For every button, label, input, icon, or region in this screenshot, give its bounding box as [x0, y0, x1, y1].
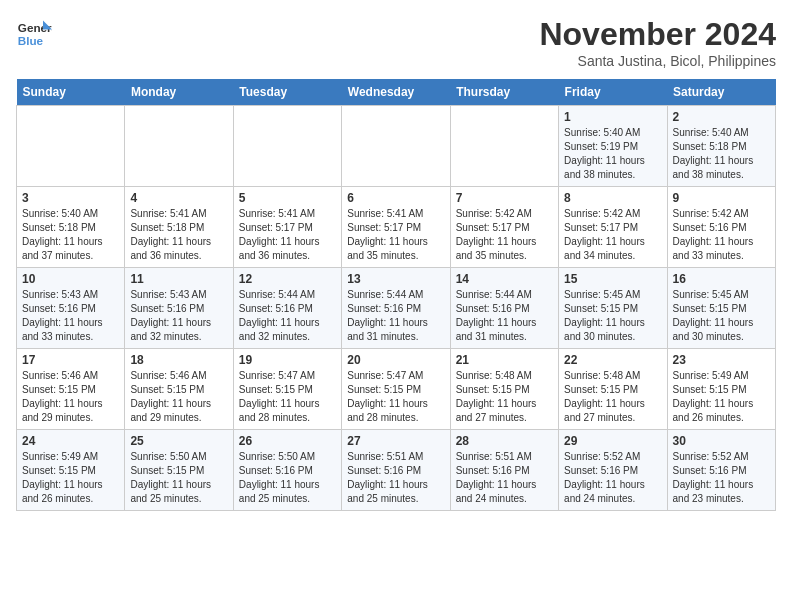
calendar-cell: 23Sunrise: 5:49 AM Sunset: 5:15 PM Dayli…	[667, 349, 775, 430]
day-number: 29	[564, 434, 661, 448]
weekday-header: Thursday	[450, 79, 558, 106]
svg-text:Blue: Blue	[18, 34, 44, 47]
title-block: November 2024 Santa Justina, Bicol, Phil…	[539, 16, 776, 69]
day-number: 19	[239, 353, 336, 367]
day-number: 12	[239, 272, 336, 286]
day-info: Sunrise: 5:50 AM Sunset: 5:15 PM Dayligh…	[130, 450, 227, 506]
day-info: Sunrise: 5:46 AM Sunset: 5:15 PM Dayligh…	[130, 369, 227, 425]
day-number: 10	[22, 272, 119, 286]
day-number: 25	[130, 434, 227, 448]
day-number: 18	[130, 353, 227, 367]
day-info: Sunrise: 5:42 AM Sunset: 5:17 PM Dayligh…	[564, 207, 661, 263]
calendar-cell: 28Sunrise: 5:51 AM Sunset: 5:16 PM Dayli…	[450, 430, 558, 511]
calendar-week-row: 10Sunrise: 5:43 AM Sunset: 5:16 PM Dayli…	[17, 268, 776, 349]
calendar-cell: 19Sunrise: 5:47 AM Sunset: 5:15 PM Dayli…	[233, 349, 341, 430]
calendar-cell: 5Sunrise: 5:41 AM Sunset: 5:17 PM Daylig…	[233, 187, 341, 268]
calendar-cell: 11Sunrise: 5:43 AM Sunset: 5:16 PM Dayli…	[125, 268, 233, 349]
day-info: Sunrise: 5:45 AM Sunset: 5:15 PM Dayligh…	[673, 288, 770, 344]
calendar-cell: 27Sunrise: 5:51 AM Sunset: 5:16 PM Dayli…	[342, 430, 450, 511]
day-number: 26	[239, 434, 336, 448]
calendar-cell: 7Sunrise: 5:42 AM Sunset: 5:17 PM Daylig…	[450, 187, 558, 268]
day-number: 3	[22, 191, 119, 205]
calendar-cell: 9Sunrise: 5:42 AM Sunset: 5:16 PM Daylig…	[667, 187, 775, 268]
day-number: 8	[564, 191, 661, 205]
calendar-cell: 26Sunrise: 5:50 AM Sunset: 5:16 PM Dayli…	[233, 430, 341, 511]
day-number: 30	[673, 434, 770, 448]
calendar-cell	[125, 106, 233, 187]
day-info: Sunrise: 5:43 AM Sunset: 5:16 PM Dayligh…	[130, 288, 227, 344]
calendar-week-row: 1Sunrise: 5:40 AM Sunset: 5:19 PM Daylig…	[17, 106, 776, 187]
calendar-cell: 30Sunrise: 5:52 AM Sunset: 5:16 PM Dayli…	[667, 430, 775, 511]
day-number: 17	[22, 353, 119, 367]
calendar-table: SundayMondayTuesdayWednesdayThursdayFrid…	[16, 79, 776, 511]
location: Santa Justina, Bicol, Philippines	[539, 53, 776, 69]
day-info: Sunrise: 5:47 AM Sunset: 5:15 PM Dayligh…	[239, 369, 336, 425]
calendar-cell: 1Sunrise: 5:40 AM Sunset: 5:19 PM Daylig…	[559, 106, 667, 187]
day-number: 1	[564, 110, 661, 124]
calendar-cell: 25Sunrise: 5:50 AM Sunset: 5:15 PM Dayli…	[125, 430, 233, 511]
weekday-header: Sunday	[17, 79, 125, 106]
day-number: 20	[347, 353, 444, 367]
logo: General Blue	[16, 16, 52, 52]
day-number: 21	[456, 353, 553, 367]
day-info: Sunrise: 5:44 AM Sunset: 5:16 PM Dayligh…	[239, 288, 336, 344]
day-info: Sunrise: 5:50 AM Sunset: 5:16 PM Dayligh…	[239, 450, 336, 506]
page-header: General Blue November 2024 Santa Justina…	[16, 16, 776, 69]
calendar-cell: 6Sunrise: 5:41 AM Sunset: 5:17 PM Daylig…	[342, 187, 450, 268]
calendar-cell: 12Sunrise: 5:44 AM Sunset: 5:16 PM Dayli…	[233, 268, 341, 349]
weekday-header-row: SundayMondayTuesdayWednesdayThursdayFrid…	[17, 79, 776, 106]
calendar-cell: 13Sunrise: 5:44 AM Sunset: 5:16 PM Dayli…	[342, 268, 450, 349]
day-info: Sunrise: 5:42 AM Sunset: 5:16 PM Dayligh…	[673, 207, 770, 263]
day-info: Sunrise: 5:48 AM Sunset: 5:15 PM Dayligh…	[564, 369, 661, 425]
calendar-cell: 17Sunrise: 5:46 AM Sunset: 5:15 PM Dayli…	[17, 349, 125, 430]
day-number: 15	[564, 272, 661, 286]
calendar-week-row: 3Sunrise: 5:40 AM Sunset: 5:18 PM Daylig…	[17, 187, 776, 268]
day-info: Sunrise: 5:40 AM Sunset: 5:18 PM Dayligh…	[22, 207, 119, 263]
day-info: Sunrise: 5:52 AM Sunset: 5:16 PM Dayligh…	[673, 450, 770, 506]
calendar-cell	[450, 106, 558, 187]
day-info: Sunrise: 5:47 AM Sunset: 5:15 PM Dayligh…	[347, 369, 444, 425]
calendar-cell: 15Sunrise: 5:45 AM Sunset: 5:15 PM Dayli…	[559, 268, 667, 349]
calendar-cell: 4Sunrise: 5:41 AM Sunset: 5:18 PM Daylig…	[125, 187, 233, 268]
day-number: 13	[347, 272, 444, 286]
calendar-cell: 24Sunrise: 5:49 AM Sunset: 5:15 PM Dayli…	[17, 430, 125, 511]
calendar-cell	[342, 106, 450, 187]
day-number: 11	[130, 272, 227, 286]
day-info: Sunrise: 5:49 AM Sunset: 5:15 PM Dayligh…	[22, 450, 119, 506]
day-info: Sunrise: 5:40 AM Sunset: 5:19 PM Dayligh…	[564, 126, 661, 182]
calendar-cell: 21Sunrise: 5:48 AM Sunset: 5:15 PM Dayli…	[450, 349, 558, 430]
day-info: Sunrise: 5:44 AM Sunset: 5:16 PM Dayligh…	[456, 288, 553, 344]
weekday-header: Tuesday	[233, 79, 341, 106]
day-info: Sunrise: 5:51 AM Sunset: 5:16 PM Dayligh…	[347, 450, 444, 506]
calendar-cell: 16Sunrise: 5:45 AM Sunset: 5:15 PM Dayli…	[667, 268, 775, 349]
month-title: November 2024	[539, 16, 776, 53]
day-number: 6	[347, 191, 444, 205]
day-number: 24	[22, 434, 119, 448]
day-number: 4	[130, 191, 227, 205]
day-info: Sunrise: 5:49 AM Sunset: 5:15 PM Dayligh…	[673, 369, 770, 425]
weekday-header: Wednesday	[342, 79, 450, 106]
calendar-cell: 2Sunrise: 5:40 AM Sunset: 5:18 PM Daylig…	[667, 106, 775, 187]
calendar-cell: 8Sunrise: 5:42 AM Sunset: 5:17 PM Daylig…	[559, 187, 667, 268]
calendar-cell	[233, 106, 341, 187]
day-info: Sunrise: 5:46 AM Sunset: 5:15 PM Dayligh…	[22, 369, 119, 425]
day-info: Sunrise: 5:43 AM Sunset: 5:16 PM Dayligh…	[22, 288, 119, 344]
day-info: Sunrise: 5:41 AM Sunset: 5:17 PM Dayligh…	[347, 207, 444, 263]
calendar-cell: 3Sunrise: 5:40 AM Sunset: 5:18 PM Daylig…	[17, 187, 125, 268]
calendar-week-row: 17Sunrise: 5:46 AM Sunset: 5:15 PM Dayli…	[17, 349, 776, 430]
day-number: 22	[564, 353, 661, 367]
calendar-cell: 29Sunrise: 5:52 AM Sunset: 5:16 PM Dayli…	[559, 430, 667, 511]
calendar-cell	[17, 106, 125, 187]
calendar-cell: 18Sunrise: 5:46 AM Sunset: 5:15 PM Dayli…	[125, 349, 233, 430]
calendar-cell: 22Sunrise: 5:48 AM Sunset: 5:15 PM Dayli…	[559, 349, 667, 430]
day-number: 7	[456, 191, 553, 205]
calendar-cell: 14Sunrise: 5:44 AM Sunset: 5:16 PM Dayli…	[450, 268, 558, 349]
day-info: Sunrise: 5:41 AM Sunset: 5:17 PM Dayligh…	[239, 207, 336, 263]
weekday-header: Saturday	[667, 79, 775, 106]
day-number: 9	[673, 191, 770, 205]
day-info: Sunrise: 5:42 AM Sunset: 5:17 PM Dayligh…	[456, 207, 553, 263]
day-info: Sunrise: 5:48 AM Sunset: 5:15 PM Dayligh…	[456, 369, 553, 425]
weekday-header: Monday	[125, 79, 233, 106]
calendar-week-row: 24Sunrise: 5:49 AM Sunset: 5:15 PM Dayli…	[17, 430, 776, 511]
calendar-cell: 10Sunrise: 5:43 AM Sunset: 5:16 PM Dayli…	[17, 268, 125, 349]
